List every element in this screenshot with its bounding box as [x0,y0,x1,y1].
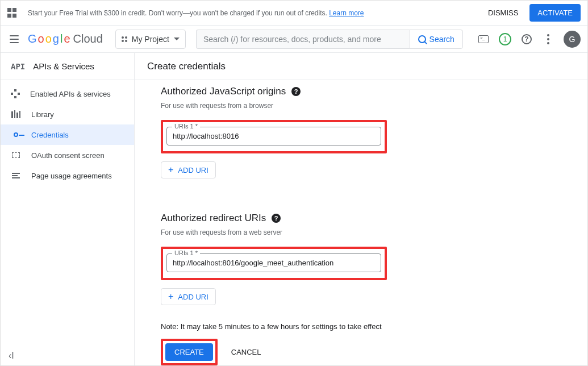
project-dots-icon [122,36,127,42]
sidebar-item-label: Credentials [31,131,69,139]
hamburger-menu-icon[interactable] [7,32,21,46]
search-button[interactable]: Search [410,30,463,49]
api-icon: API [11,62,25,71]
enabled-apis-icon [11,89,20,98]
learn-more-link[interactable]: Learn more [329,9,364,17]
library-icon [11,109,21,119]
highlight-box-redirect-uri: URIs 1 * [161,247,387,280]
oauth-consent-icon [11,150,21,160]
promo-text: Start your Free Trial with $300 in credi… [28,9,482,17]
more-vert-icon[interactable] [542,33,554,45]
plus-icon: + [168,292,173,301]
sidebar-item-page-usage[interactable]: Page usage agreements [1,165,134,186]
uri-field-label: URIs 1 * [172,123,200,130]
help-tooltip-icon[interactable]: ? [272,214,281,223]
page-title: Create credentials [147,61,226,72]
cloud-shell-icon[interactable] [477,33,490,45]
add-redirect-uri-button[interactable]: + ADD URI [161,288,216,305]
sidebar-item-library[interactable]: Library [1,104,134,124]
key-icon [11,130,21,140]
cancel-button[interactable]: CANCEL [231,348,261,356]
collapse-sidebar-icon[interactable]: ‹I [9,351,14,361]
redirect-uris-heading: Authorized redirect URIs [161,213,266,224]
settings-delay-note: Note: It may take 5 minutes to a few hou… [161,322,561,331]
page-usage-icon [11,170,21,181]
create-button[interactable]: CREATE [165,343,213,361]
highlight-box-create: CREATE [161,339,218,365]
sidebar-item-label: Library [31,110,54,119]
sidebar-section-title: APIs & Services [33,61,94,71]
caret-down-icon [174,38,180,40]
help-icon[interactable]: ? [520,33,533,45]
avatar[interactable]: G [564,31,581,48]
sidebar-item-enabled-apis[interactable]: Enabled APIs & services [1,84,134,104]
js-origins-heading: Authorized JavaScript origins [161,86,286,97]
sidebar-item-label: OAuth consent screen [31,151,105,160]
js-origins-subtitle: For use with requests from a browser [161,102,561,110]
search-icon [418,35,426,43]
sidebar-item-label: Enabled APIs & services [30,90,111,98]
search-input[interactable] [196,30,410,49]
plus-icon: + [168,165,173,174]
project-name: My Project [132,35,169,44]
uri-field-label: URIs 1 * [172,249,200,256]
project-selector[interactable]: My Project [115,30,186,49]
sidebar-item-label: Page usage agreements [31,172,112,180]
add-js-origin-uri-button[interactable]: + ADD URI [161,161,216,178]
activate-button[interactable]: ACTIVATE [529,4,581,22]
sidebar-item-credentials[interactable]: Credentials [1,124,134,145]
dismiss-button[interactable]: DISMISS [482,5,524,20]
gift-icon [7,8,18,18]
google-cloud-logo[interactable]: Google Cloud [28,32,103,45]
sidebar-item-oauth-consent[interactable]: OAuth consent screen [1,145,134,165]
notifications-badge[interactable]: 1 [499,33,511,45]
redirect-uris-subtitle: For use with requests from a web server [161,228,561,236]
help-tooltip-icon[interactable]: ? [291,87,301,96]
highlight-box-js-origin: URIs 1 * [161,120,387,153]
